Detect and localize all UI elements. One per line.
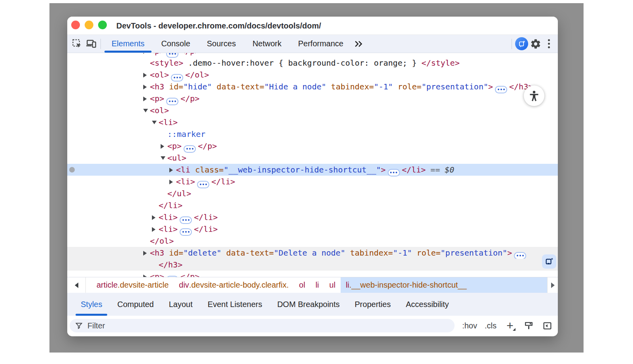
disclosure-arrow-icon[interactable] (152, 223, 159, 235)
dom-tree-row[interactable]: <li></li> (67, 176, 558, 188)
sidebar-tab-dom-breakpoints[interactable]: DOM Breakpoints (270, 293, 347, 316)
expand-ellipsis-pill[interactable] (197, 181, 209, 188)
token-val: "presentation" (441, 248, 508, 258)
expand-ellipsis-pill[interactable] (180, 228, 192, 236)
dom-tree-row[interactable]: <li></li> (67, 211, 558, 223)
expand-ellipsis-pill[interactable] (166, 276, 178, 277)
breadcrumb-scroll-right-icon[interactable] (547, 277, 558, 293)
brush-icon[interactable] (523, 319, 534, 332)
tab-performance[interactable]: Performance (290, 35, 352, 53)
ai-assistance-floating-button[interactable] (542, 254, 556, 269)
sidebar-tab-event-listeners[interactable]: Event Listeners (200, 293, 270, 316)
zoom-window-button[interactable] (98, 21, 107, 29)
breadcrumb-list: article.devsite-articlediv.devsite-artic… (86, 277, 547, 293)
dom-tree-row[interactable]: <li></li> (67, 223, 558, 235)
breadcrumb-item-li[interactable]: li (310, 277, 324, 293)
breadcrumb-item-li[interactable]: li.__web-inspector-hide-shortcut__ (341, 277, 547, 293)
token-tag: </li> (194, 224, 218, 234)
breadcrumb-item-article[interactable]: article.devsite-article (91, 277, 174, 293)
filter-input[interactable]: Filter (70, 319, 455, 332)
sidebar-tab-layout[interactable]: Layout (161, 293, 200, 316)
dom-tree-row[interactable]: <ol> (67, 104, 558, 116)
tab-sources[interactable]: Sources (199, 35, 244, 53)
token-tag: <li> (159, 224, 178, 234)
disclosure-arrow-icon[interactable] (143, 247, 150, 259)
close-window-button[interactable] (71, 21, 80, 29)
expand-ellipsis-pill[interactable] (171, 74, 183, 82)
disclosure-arrow-icon[interactable] (143, 104, 150, 116)
tab-network[interactable]: Network (244, 35, 290, 53)
dom-tree-row[interactable]: <p></p> (67, 271, 558, 277)
token-tag: </li> (211, 177, 235, 186)
toggle-element-state-button[interactable]: :hov (462, 321, 477, 330)
panel-tab-strip: ElementsConsoleSourcesNetworkPerformance (103, 35, 352, 53)
sidebar-toggle-icon[interactable] (541, 319, 553, 332)
dom-tree-row[interactable]: <li> (67, 116, 558, 128)
token-tag: <p> (150, 272, 164, 277)
minimize-window-button[interactable] (85, 21, 93, 29)
tab-elements[interactable]: Elements (103, 35, 153, 53)
new-style-rule-button[interactable]: + (504, 319, 516, 332)
element-classes-button[interactable]: .cls (485, 321, 497, 330)
tab-console[interactable]: Console (153, 35, 198, 53)
dom-tree-row[interactable]: <p></p> (67, 93, 558, 104)
token-tag: </p> (180, 53, 199, 56)
disclosure-arrow-icon[interactable] (161, 152, 167, 164)
dom-tree-row[interactable]: <h3 id="hide" data-text="Hide a node" ta… (67, 81, 558, 93)
dom-tree-row[interactable]: ::marker (67, 128, 558, 140)
token-val: "delete" (183, 248, 221, 258)
device-toolbar-icon[interactable] (84, 36, 98, 51)
dom-tree-row[interactable]: <p></p> (67, 53, 558, 57)
disclosure-arrow-icon[interactable] (169, 176, 176, 188)
expand-ellipsis-pill[interactable] (514, 252, 526, 260)
breadcrumb-item-ul[interactable]: ul (324, 277, 341, 293)
disclosure-arrow-icon[interactable] (152, 116, 159, 128)
expand-ellipsis-pill[interactable] (495, 86, 507, 93)
disclosure-arrow-icon[interactable] (161, 140, 167, 152)
token-tag: <h3 (150, 248, 164, 258)
dom-tree-row[interactable]: <style> .demo--hover:hover { background-… (67, 57, 558, 69)
dom-tree-row[interactable]: <ol></ol> (67, 69, 558, 81)
token-tag: > (488, 82, 493, 91)
ai-assistant-icon[interactable] (514, 36, 529, 51)
expand-ellipsis-pill[interactable] (184, 145, 196, 153)
sidebar-tab-properties[interactable]: Properties (347, 293, 398, 316)
breadcrumb-item-div[interactable]: div.devsite-article-body.clearfix. (174, 277, 294, 293)
token-tag: </ul> (167, 189, 191, 198)
dom-tree-row[interactable]: <li class="__web-inspector-hide-shortcut… (67, 164, 558, 176)
disclosure-arrow-icon[interactable] (143, 81, 150, 93)
dom-tree-row[interactable]: <h3 id="delete" data-text="Delete a node… (67, 247, 558, 259)
dom-tree-row[interactable]: <p></p> (67, 140, 558, 152)
token-val: "-1" (393, 248, 412, 258)
expand-ellipsis-pill[interactable] (388, 169, 400, 176)
sidebar-tab-computed[interactable]: Computed (110, 293, 161, 316)
disclosure-arrow-icon[interactable] (143, 53, 150, 57)
dom-tree-row[interactable]: </ul> (67, 188, 558, 199)
token-tag: > (381, 165, 386, 174)
kebab-menu-icon[interactable] (543, 36, 555, 51)
disclosure-arrow-icon[interactable] (143, 271, 150, 277)
expand-ellipsis-pill[interactable] (180, 216, 192, 224)
dom-tree-row[interactable]: </ol> (67, 235, 558, 247)
breadcrumb-scroll-left-icon[interactable] (67, 277, 86, 293)
token-val: "presentation" (421, 82, 488, 91)
token-tag: </p> (180, 272, 199, 277)
dom-tree-row[interactable]: <ul> (67, 152, 558, 164)
disclosure-arrow-icon[interactable] (143, 69, 150, 81)
sidebar-tab-accessibility[interactable]: Accessibility (398, 293, 457, 316)
breadcrumb-item-ol[interactable]: ol (294, 277, 311, 293)
inspect-icon[interactable] (70, 36, 84, 51)
expand-ellipsis-pill[interactable] (166, 98, 178, 105)
disclosure-arrow-icon[interactable] (152, 211, 159, 223)
dom-tree-row[interactable]: </li> (67, 199, 558, 211)
disclosure-arrow-icon[interactable] (143, 93, 150, 104)
token-eq: == (426, 165, 445, 174)
disclosure-arrow-icon[interactable] (169, 164, 176, 176)
breadcrumb-tag: ul (329, 281, 335, 290)
settings-gear-icon[interactable] (529, 36, 543, 51)
token-attr: id= (164, 248, 183, 258)
dom-tree-row[interactable]: </h3> (67, 259, 558, 271)
more-tabs-icon[interactable] (352, 36, 365, 51)
sidebar-tab-styles[interactable]: Styles (73, 293, 110, 316)
accessibility-button[interactable] (524, 85, 544, 106)
